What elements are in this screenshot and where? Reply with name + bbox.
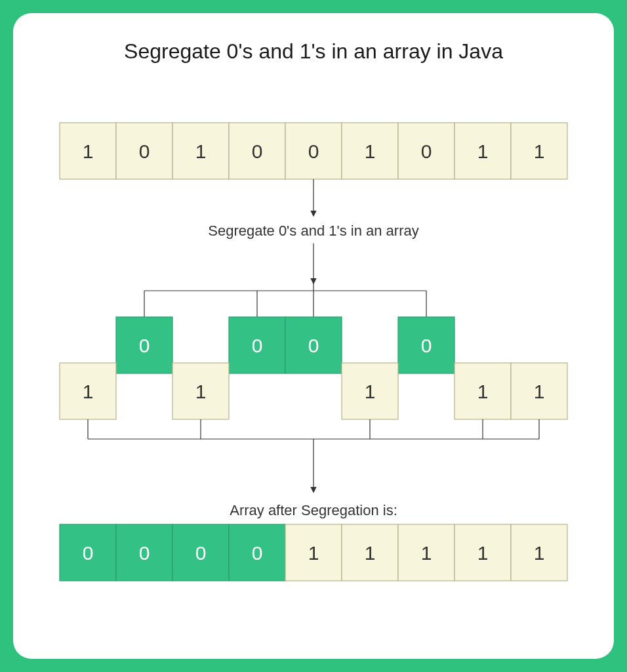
mid-zero-text-6: 0 xyxy=(421,335,432,356)
top-cell-text-5: 1 xyxy=(365,140,376,162)
bot-cell-text-8: 1 xyxy=(534,542,545,564)
bot-cell-text-0: 0 xyxy=(83,542,94,564)
mid-zero-text-4: 0 xyxy=(308,335,319,356)
mid-one-text-2: 1 xyxy=(195,381,207,402)
top-cell-text-8: 1 xyxy=(534,140,545,162)
caption-final: Array after Segregation is: xyxy=(230,502,397,518)
mid-one-text-5: 1 xyxy=(365,381,376,402)
mid-one-text-8: 1 xyxy=(534,381,545,402)
mid-zero-text-3: 0 xyxy=(252,335,263,356)
diagram-svg: 101001011Segregate 0's and 1's in an arr… xyxy=(18,64,609,654)
diagram-title: Segregate 0's and 1's in an array in Jav… xyxy=(13,13,614,64)
bot-cell-text-3: 0 xyxy=(252,542,263,564)
top-cell-text-4: 0 xyxy=(308,140,319,162)
top-cell-text-2: 1 xyxy=(195,140,207,162)
top-cell-text-0: 1 xyxy=(83,140,94,162)
top-cell-text-6: 0 xyxy=(421,140,432,162)
mid-one-text-0: 1 xyxy=(83,381,94,402)
caption-mid: Segregate 0's and 1's in an array xyxy=(208,222,419,239)
mid-one-text-7: 1 xyxy=(477,381,489,402)
bot-cell-text-4: 1 xyxy=(308,542,319,564)
bot-cell-text-1: 0 xyxy=(139,542,150,564)
mid-zero-text-1: 0 xyxy=(139,335,150,356)
bot-cell-text-7: 1 xyxy=(477,542,489,564)
top-cell-text-3: 0 xyxy=(252,140,263,162)
bot-cell-text-6: 1 xyxy=(421,542,432,564)
top-cell-text-7: 1 xyxy=(477,140,489,162)
top-cell-text-1: 0 xyxy=(139,140,150,162)
bot-cell-text-2: 0 xyxy=(195,542,207,564)
bot-cell-text-5: 1 xyxy=(365,542,376,564)
